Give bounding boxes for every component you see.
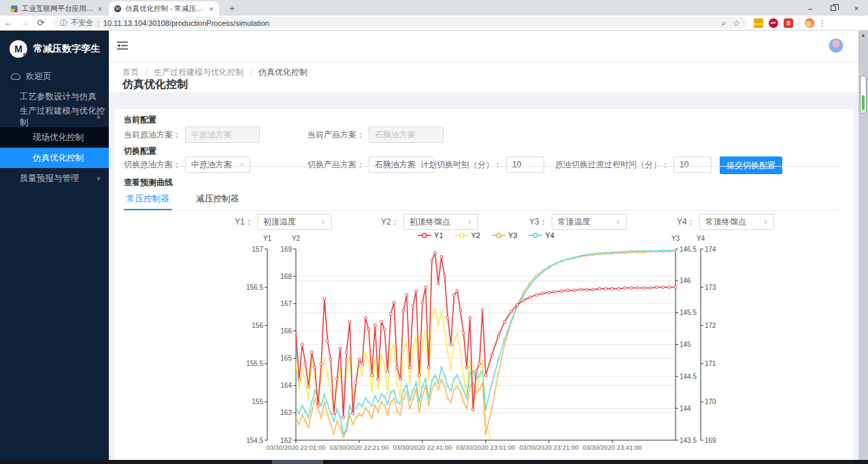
info-icon[interactable]: ⓘ bbox=[60, 18, 67, 28]
sidebar-item-welcome[interactable]: 欢迎页 bbox=[0, 66, 109, 86]
axis-title-Y1: Y1 bbox=[263, 235, 272, 242]
svg-text:166: 166 bbox=[280, 327, 292, 335]
browser-tab-simulation[interactable]: M 仿真优化控制 - 常减压数字孪生 × bbox=[109, 1, 219, 16]
svg-text:144: 144 bbox=[680, 405, 691, 412]
close-window-button[interactable]: × bbox=[845, 0, 868, 16]
breadcrumb-production-modeling[interactable]: 生产过程建模与优化控制 bbox=[154, 67, 244, 77]
switch-config-row: 切换原油方案： 中原油方案 ∨ 切换产品方案： 石脑油方案 ∨ 计划切换时刻（分… bbox=[114, 156, 853, 174]
sidebar-item-label: 现场优化控制 bbox=[33, 132, 84, 144]
y4-label: Y4： bbox=[677, 216, 695, 228]
browser-menu-icon[interactable]: ⋮ bbox=[818, 18, 827, 28]
cloud-icon bbox=[11, 73, 20, 80]
chevron-down-icon: ∨ bbox=[239, 161, 244, 168]
current-config-heading: 当前配置 bbox=[124, 114, 156, 126]
user-avatar[interactable] bbox=[829, 38, 844, 53]
switch-crude-select[interactable]: 中原油方案 ∨ bbox=[185, 156, 250, 173]
svg-text:169: 169 bbox=[705, 437, 716, 444]
scrollbar-thumb[interactable] bbox=[860, 76, 867, 114]
browser-tab-store[interactable]: 工业互联网平台应用商店 × bbox=[5, 1, 107, 16]
breadcrumb-current: 仿真优化控制 bbox=[258, 67, 307, 77]
legend-item-Y4[interactable]: Y4 bbox=[528, 231, 554, 239]
y-selectors-row: Y1： 初顶温度 ∨ Y2： 初顶终馏点 ∨ Y3： 常顶 bbox=[114, 214, 853, 231]
page-head: 首页 / 生产过程建模与优化控制 / 仿真优化控制 仿真优化控制 bbox=[109, 61, 858, 92]
y1-selector-group: Y1： 初顶温度 ∨ bbox=[235, 214, 332, 230]
svg-text:163: 163 bbox=[280, 409, 292, 416]
y3-selector-group: Y3： 常顶温度 ∨ bbox=[529, 214, 627, 230]
current-crude-group: 当前原油方案： 中原油方案 bbox=[124, 127, 260, 143]
page-title: 仿真优化控制 bbox=[122, 78, 188, 92]
legend-item-Y1[interactable]: Y1 bbox=[417, 231, 443, 239]
y3-select[interactable]: 常顶温度 ∨ bbox=[552, 214, 627, 230]
x-tick-label: 03/30/2020 23:41:00 bbox=[582, 444, 641, 451]
zoom-icon[interactable]: ⌕ bbox=[722, 18, 727, 28]
scroll-up-icon[interactable]: ▲ bbox=[858, 31, 868, 37]
address-bar[interactable]: ⓘ 不安全 | 10.11.13.104:30108/productionPro… bbox=[53, 17, 747, 29]
current-config-row: 当前原油方案： 中原油方案 当前产品方案： 石脑油方案 bbox=[114, 127, 853, 144]
extension-flame-icon[interactable] bbox=[805, 18, 814, 28]
x-tick-label: 03/30/2020 22:41:00 bbox=[393, 444, 452, 451]
menu-fold-icon[interactable] bbox=[117, 41, 128, 52]
y1-label: Y1： bbox=[235, 216, 253, 228]
tab-vacuum-controller[interactable]: 减压控制器 bbox=[194, 189, 242, 210]
sidebar-item-process-design[interactable]: 工艺参数设计与仿真 bbox=[0, 86, 109, 107]
breadcrumb-separator: / bbox=[250, 67, 252, 77]
svg-text:168: 168 bbox=[280, 273, 292, 280]
tab-atmospheric-controller[interactable]: 常压控制器 bbox=[124, 189, 172, 210]
sidebar: M 常减压数字孪生 欢迎页 工艺参数设计与仿真 生产过程建模与优化控制 ∧ 现场… bbox=[0, 31, 109, 460]
close-tab-icon[interactable]: × bbox=[210, 5, 214, 13]
y3-label: Y3： bbox=[529, 216, 548, 228]
transition-time-input[interactable]: 10 bbox=[673, 156, 712, 173]
svg-text:162: 162 bbox=[280, 437, 292, 444]
controller-tabs: 常压控制器 减压控制器 bbox=[124, 189, 838, 211]
horizontal-scrollbar-thumb[interactable] bbox=[272, 460, 323, 464]
window-controls: – × bbox=[799, 0, 868, 16]
new-tab-button[interactable]: + bbox=[226, 3, 238, 15]
omnibox-actions: ⌕ ☆ bbox=[722, 18, 741, 28]
y2-select[interactable]: 初顶终馏点 ∨ bbox=[403, 214, 478, 230]
switch-crude-label: 切换原油方案： bbox=[124, 159, 181, 171]
current-crude-input: 中原油方案 bbox=[185, 127, 260, 143]
caret-down-icon: ∨ bbox=[96, 175, 101, 182]
prediction-chart: Y1157156.5156155.5155154.5Y2169168167166… bbox=[247, 231, 716, 452]
y4-select[interactable]: 常顶终馏点 ∨ bbox=[699, 214, 774, 230]
reload-icon[interactable]: ⟳ bbox=[33, 18, 49, 28]
sidebar-item-simulation-optimization[interactable]: 仿真优化控制 bbox=[0, 148, 109, 168]
forward-icon[interactable]: → bbox=[16, 18, 33, 28]
extension-sogou-icon[interactable]: S bbox=[784, 18, 793, 28]
back-icon[interactable]: ← bbox=[0, 18, 16, 28]
sidebar-item-field-optimization[interactable]: 现场优化控制 bbox=[0, 127, 109, 148]
x-tick-label: 03/30/2020 23:01:00 bbox=[456, 444, 515, 451]
svg-text:173: 173 bbox=[705, 284, 716, 291]
prediction-curves-heading: 查看预测曲线 bbox=[124, 177, 173, 188]
svg-text:174: 174 bbox=[705, 246, 716, 253]
extension-adblock-icon[interactable]: ABP bbox=[769, 18, 778, 28]
breadcrumb-home[interactable]: 首页 bbox=[122, 67, 139, 77]
sidebar-item-label: 工艺参数设计与仿真 bbox=[20, 91, 97, 103]
sidebar-item-production-modeling[interactable]: 生产过程建模与优化控制 ∧ bbox=[0, 107, 109, 127]
x-tick-label: 03/30/2020 22:01:00 bbox=[266, 444, 325, 451]
restore-icon bbox=[831, 5, 836, 11]
close-tab-icon[interactable]: × bbox=[98, 5, 102, 13]
submit-switch-config-button[interactable]: 提交切换配置 bbox=[720, 156, 782, 174]
extension-grid-icon[interactable] bbox=[754, 18, 763, 28]
svg-text:154.5: 154.5 bbox=[247, 437, 263, 444]
restore-button[interactable] bbox=[822, 0, 845, 16]
sidebar-item-label: 仿真优化控制 bbox=[33, 152, 84, 164]
svg-text:146.5: 146.5 bbox=[680, 246, 697, 253]
legend-item-Y3[interactable]: Y3 bbox=[491, 231, 517, 239]
sidebar-item-label: 质量预报与管理 bbox=[20, 173, 80, 184]
plan-time-input[interactable]: 10 bbox=[506, 156, 544, 173]
svg-text:165: 165 bbox=[280, 354, 292, 362]
current-product-label: 当前产品方案： bbox=[307, 129, 365, 141]
svg-text:143.5: 143.5 bbox=[680, 437, 697, 444]
app-favicon: M bbox=[114, 5, 121, 12]
security-label: 不安全 bbox=[71, 18, 93, 28]
bookmark-star-icon[interactable]: ☆ bbox=[733, 18, 740, 28]
sidebar-item-quality-forecast[interactable]: 质量预报与管理 ∨ bbox=[0, 168, 109, 188]
minimize-button[interactable]: – bbox=[799, 0, 822, 16]
app-header bbox=[109, 31, 858, 61]
legend-item-Y2[interactable]: Y2 bbox=[454, 231, 480, 239]
section-divider bbox=[124, 166, 838, 167]
vertical-scrollbar[interactable]: ▲ bbox=[858, 31, 868, 460]
y1-select[interactable]: 初顶温度 ∨ bbox=[257, 214, 332, 230]
